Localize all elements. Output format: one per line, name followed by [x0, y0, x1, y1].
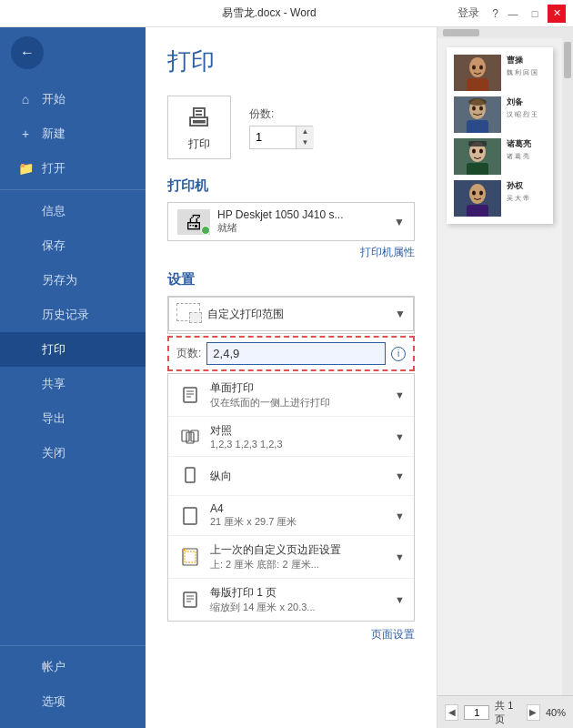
- titlebar: 易雪龙.docx - Word 登录 ? — □ ✕: [0, 0, 573, 27]
- single-sided-row[interactable]: 单面打印 仅在纸面的一侧上进行打印 ▼: [168, 374, 414, 417]
- next-page-button[interactable]: ▶: [527, 704, 540, 721]
- sidebar-item-account[interactable]: 帐户: [0, 650, 146, 684]
- sidebar-divider-1: [0, 189, 146, 190]
- print-button[interactable]: 🖶 打印: [167, 96, 231, 159]
- prev-page-button[interactable]: ◀: [445, 704, 458, 721]
- sidebar-label-account: 帐户: [42, 659, 65, 675]
- sidebar-item-export[interactable]: 导出: [0, 401, 146, 436]
- preview-card-text-caocao: 曹操 魏 利 回 国: [507, 55, 546, 76]
- back-button[interactable]: ←: [11, 36, 44, 69]
- sidebar-divider-2: [0, 645, 146, 646]
- collate-row[interactable]: 对照 1,2,3 1,2,3 1,2,3 ▼: [168, 417, 414, 457]
- sidebar-item-close[interactable]: 关闭: [0, 436, 146, 470]
- sidebar-item-save[interactable]: 保存: [0, 228, 146, 263]
- pages-per-sheet-row[interactable]: 每版打印 1 页 缩放到 14 厘米 x 20.3... ▼: [168, 579, 414, 621]
- sidebar-bottom: 帐户 选项: [0, 642, 146, 719]
- window-controls: — □ ✕: [504, 5, 566, 23]
- sidebar-item-history[interactable]: 历史记录: [0, 298, 146, 332]
- print-btn-area: 🖶 打印 份数: ▲ ▼: [167, 96, 415, 159]
- minimize-button[interactable]: —: [504, 5, 522, 23]
- preview-card-img-zhuge: [454, 138, 501, 175]
- page-number-input[interactable]: [464, 705, 489, 720]
- printer-properties-link[interactable]: 打印机属性: [167, 245, 415, 260]
- sidebar-item-share[interactable]: 共享: [0, 367, 146, 401]
- pages-per-sheet-main: 每版打印 1 页: [210, 585, 387, 601]
- sidebar-item-info[interactable]: 信息: [0, 194, 146, 228]
- sidebar-label-open: 打开: [42, 160, 65, 177]
- copies-up-button[interactable]: ▲: [296, 126, 314, 137]
- paper-size-row[interactable]: A4 21 厘米 x 29.7 厘米 ▼: [168, 496, 414, 536]
- svg-point-25: [479, 106, 483, 111]
- pages-per-sheet-icon: [177, 587, 203, 612]
- page-setup-link[interactable]: 页面设置: [167, 627, 415, 642]
- help-button[interactable]: ?: [492, 7, 498, 20]
- preview-card-text-liubei: 刘备 汉 昭 烈 王: [507, 96, 546, 118]
- sidebar-label-options: 选项: [42, 693, 65, 710]
- preview-card-caocao: 曹操 魏 利 回 国: [454, 55, 546, 91]
- svg-point-24: [472, 106, 476, 111]
- settings-section-header: 设置: [167, 271, 415, 288]
- sidebar-label-history: 历史记录: [42, 307, 89, 323]
- copies-area: 份数: ▲ ▼: [249, 106, 313, 149]
- preview-card-text-sunquan: 孙权 吴 大 帝: [507, 180, 546, 202]
- svg-point-30: [472, 149, 476, 154]
- sidebar-label-share: 共享: [42, 376, 65, 392]
- collate-main: 对照: [210, 423, 387, 439]
- sidebar-label-start: 开始: [42, 91, 65, 107]
- sidebar-item-options[interactable]: 选项: [0, 684, 146, 719]
- main-layout: ← ⌂ 开始 + 新建 📁 打开 信息 保存: [0, 27, 573, 728]
- svg-rect-23: [467, 120, 488, 133]
- custom-print-row[interactable]: 自定义打印范围 ▼: [168, 297, 414, 331]
- settings-box-range: 自定义打印范围 ▼: [167, 296, 415, 334]
- svg-point-31: [479, 149, 483, 154]
- paper-size-arrow: ▼: [395, 511, 405, 521]
- copies-input[interactable]: [250, 127, 296, 147]
- page-range-info-icon: i: [391, 347, 406, 361]
- page-total: 共 1 页: [495, 699, 520, 726]
- preview-scroll-horizontal[interactable]: [437, 27, 573, 38]
- preview-area: 曹操 魏 利 回 国: [437, 27, 573, 728]
- open-icon: 📁: [18, 161, 33, 176]
- page-range-input[interactable]: [206, 342, 386, 365]
- margins-arrow: ▼: [395, 551, 405, 562]
- sidebar-item-start[interactable]: ⌂ 开始: [0, 82, 146, 116]
- svg-rect-29: [467, 163, 488, 175]
- svg-rect-18: [467, 78, 488, 91]
- content-area: 打印 🖶 打印 份数: ▲ ▼: [146, 27, 573, 728]
- sidebar-item-saveas[interactable]: 另存为: [0, 263, 146, 298]
- sidebar-item-print[interactable]: 打印: [0, 332, 146, 367]
- print-panel: 打印 🖶 打印 份数: ▲ ▼: [146, 27, 437, 728]
- sidebar-item-new[interactable]: + 新建: [0, 116, 146, 151]
- close-button[interactable]: ✕: [548, 5, 566, 23]
- copies-down-button[interactable]: ▼: [296, 137, 314, 148]
- printer-status: 就绪: [217, 221, 387, 235]
- copies-spinner: ▲ ▼: [296, 126, 314, 148]
- preview-card-desc-caocao: 魏 利 回 国: [507, 68, 546, 76]
- preview-row: 曹操 魏 利 回 国: [437, 38, 573, 695]
- svg-rect-12: [184, 592, 196, 607]
- single-sided-sub: 仅在纸面的一侧上进行打印: [210, 396, 387, 410]
- svg-rect-10: [185, 551, 196, 562]
- margins-row[interactable]: 上一次的自定义页边距设置 上: 2 厘米 底部: 2 厘米... ▼: [168, 536, 414, 579]
- custom-range-icon: [176, 303, 202, 325]
- svg-rect-35: [467, 205, 488, 217]
- margins-sub: 上: 2 厘米 底部: 2 厘米...: [210, 558, 387, 571]
- portrait-main: 纵向: [210, 469, 387, 484]
- sidebar-label-close: 关闭: [42, 445, 65, 461]
- single-sided-text: 单面打印 仅在纸面的一侧上进行打印: [210, 380, 387, 410]
- svg-point-20: [479, 66, 483, 70]
- sidebar-item-open[interactable]: 📁 打开: [0, 151, 146, 186]
- custom-range-arrow: ▼: [395, 308, 406, 320]
- printer-select[interactable]: 🖨 HP Deskjet 1050 J410 s... 就绪 ▼: [167, 202, 415, 241]
- sidebar-label-export: 导出: [42, 410, 65, 427]
- portrait-icon: [177, 463, 203, 489]
- login-button[interactable]: 登录: [457, 5, 479, 21]
- maximize-button[interactable]: □: [526, 5, 544, 23]
- preview-card-sunquan: 孙权 吴 大 帝: [454, 180, 546, 217]
- preview-scroll-vertical[interactable]: [562, 38, 573, 695]
- preview-content: 曹操 魏 利 回 国: [437, 38, 562, 695]
- single-sided-main: 单面打印: [210, 380, 387, 396]
- sidebar-nav: ⌂ 开始 + 新建 📁 打开 信息 保存 另存为: [0, 82, 146, 470]
- portrait-row[interactable]: 纵向 ▼: [168, 457, 414, 496]
- paper-size-text: A4 21 厘米 x 29.7 厘米: [210, 502, 387, 529]
